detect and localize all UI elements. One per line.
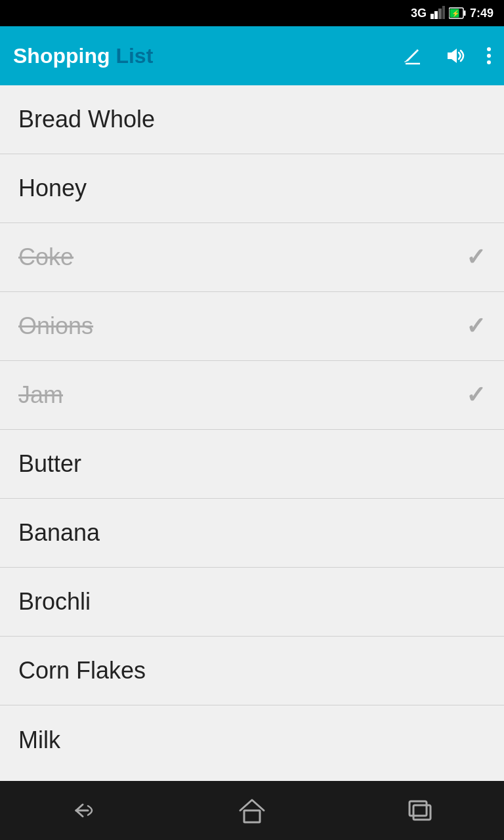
title-list: List: [110, 44, 154, 68]
header-icons: [400, 44, 491, 68]
back-icon: [70, 799, 98, 822]
list-item[interactable]: Coke✓: [0, 223, 504, 292]
list-item[interactable]: Onions✓: [0, 292, 504, 361]
title-shopping: Shopping: [13, 44, 110, 68]
recents-icon: [406, 799, 434, 822]
item-label: Onions: [18, 312, 93, 340]
check-mark-icon: ✓: [466, 381, 486, 409]
svg-marker-9: [448, 49, 457, 63]
item-label: Jam: [18, 381, 63, 409]
list-item[interactable]: Butter: [0, 430, 504, 499]
edit-icon[interactable]: [400, 44, 424, 68]
status-bar: 3G ⚡ 7:49: [0, 0, 504, 26]
list-item[interactable]: Banana: [0, 499, 504, 568]
signal-bars-icon: [430, 6, 445, 20]
list-item[interactable]: Brochli: [0, 568, 504, 637]
item-label: Butter: [18, 450, 81, 478]
app-header: Shopping List: [0, 26, 504, 85]
item-label: Milk: [18, 726, 60, 754]
signal-text: 3G: [411, 7, 427, 20]
svg-rect-10: [244, 810, 260, 822]
bottom-navigation: [0, 781, 504, 840]
item-label: Honey: [18, 175, 87, 202]
item-label: Banana: [18, 519, 100, 547]
svg-text:⚡: ⚡: [452, 9, 460, 18]
svg-rect-12: [413, 805, 430, 820]
home-button[interactable]: [238, 797, 266, 824]
app-title: Shopping List: [13, 44, 400, 68]
check-mark-icon: ✓: [466, 312, 486, 340]
svg-rect-3: [442, 6, 445, 19]
list-item[interactable]: Milk: [0, 705, 504, 774]
item-label: Brochli: [18, 588, 91, 616]
status-icons: 3G ⚡ 7:49: [411, 6, 494, 20]
svg-rect-2: [438, 9, 442, 19]
home-icon: [238, 797, 266, 824]
svg-rect-11: [410, 801, 427, 816]
list-item[interactable]: Honey: [0, 154, 504, 223]
check-mark-icon: ✓: [466, 243, 486, 271]
item-label: Coke: [18, 243, 74, 271]
list-item[interactable]: Corn Flakes: [0, 637, 504, 705]
more-options-icon[interactable]: [487, 47, 491, 64]
recents-button[interactable]: [406, 799, 434, 822]
item-label: Corn Flakes: [18, 657, 146, 684]
back-button[interactable]: [70, 799, 98, 822]
battery-icon: ⚡: [449, 7, 466, 19]
svg-rect-5: [463, 10, 465, 16]
time-display: 7:49: [470, 7, 494, 20]
sound-icon[interactable]: [444, 44, 467, 68]
list-item[interactable]: Jam✓: [0, 361, 504, 430]
item-label: Bread Whole: [18, 106, 155, 133]
shopping-list: Bread WholeHoneyCoke✓Onions✓Jam✓ButterBa…: [0, 85, 504, 781]
svg-rect-1: [434, 11, 438, 19]
svg-rect-0: [430, 14, 434, 19]
list-item[interactable]: Bread Whole: [0, 85, 504, 154]
